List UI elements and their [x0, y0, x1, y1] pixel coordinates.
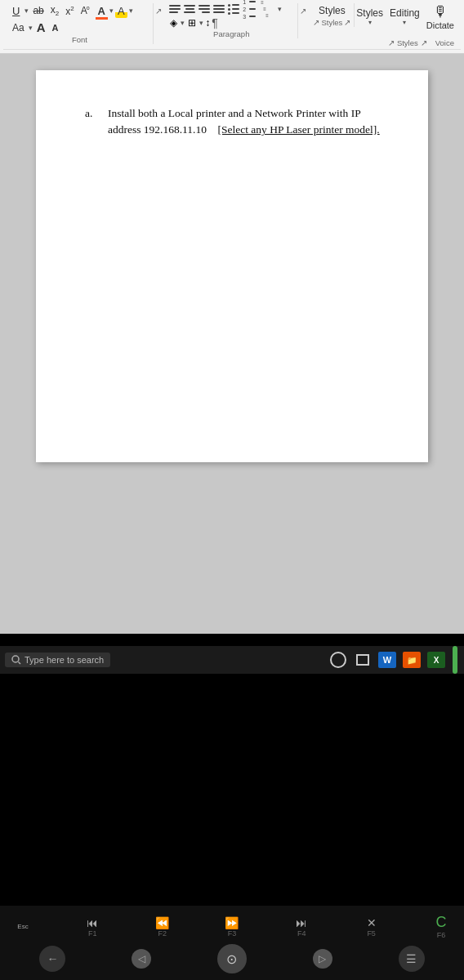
styles-ribbon-label: Styles — [356, 7, 383, 19]
sort-button[interactable]: ↕ — [205, 17, 210, 29]
list-item-text: Install both a Local printer and a Netwo… — [108, 105, 391, 139]
volume-up-button[interactable]: ▷ — [313, 949, 332, 969]
font-group: U ▾ ab x2 x2 Ao A ▾ A ▾ Aa ▾ — [7, 3, 154, 44]
voice-label: Voice — [435, 38, 454, 47]
task-view-icon[interactable] — [353, 650, 373, 670]
font-color-dropdown[interactable]: ▾ — [109, 7, 114, 15]
list-item-label: a. — [85, 105, 101, 139]
svg-point-0 — [12, 656, 19, 662]
paragraph-mark-button[interactable]: ¶ — [212, 16, 218, 29]
word-page[interactable]: a. Install both a Local printer and a Ne… — [36, 70, 428, 462]
f4-label: F4 — [297, 929, 306, 938]
windows-search-icon[interactable] — [328, 650, 348, 670]
decrease-font-button[interactable]: A — [50, 22, 61, 33]
next-next-icon: ⏭ — [296, 916, 307, 929]
align-right-button[interactable] — [198, 3, 211, 15]
font-size-caret[interactable]: ▾ — [29, 24, 33, 32]
styles-ribbon-caret[interactable]: ▾ — [368, 19, 372, 26]
styles-section-label: ↗ Styles ↗ — [313, 18, 350, 27]
f3-label: F3 — [228, 929, 237, 938]
esc-label: Esc — [17, 923, 28, 930]
styles-ribbon-item[interactable]: Styles ▾ — [356, 7, 383, 26]
taskbar: Type here to search W 📁 X — [0, 646, 464, 674]
word-taskbar-icon[interactable]: W — [377, 650, 397, 670]
taskbar-icons: W 📁 X — [328, 646, 459, 674]
f1-label: F1 — [88, 929, 97, 938]
font-expand-icon[interactable]: ↗ — [155, 7, 162, 16]
line1-text: Install both a Local printer and a Netwo… — [108, 107, 361, 119]
close-icon: ✕ — [367, 916, 377, 929]
shading-dropdown[interactable]: ▾ — [181, 19, 185, 27]
styles-label-text: Styles — [315, 3, 349, 18]
svg-line-1 — [19, 662, 21, 665]
borders-button[interactable]: ⊞ — [186, 16, 198, 29]
underline-dropdown[interactable]: ▾ — [25, 7, 29, 15]
fn-next[interactable]: ⏩ F3 — [216, 916, 248, 938]
strikethrough-button[interactable]: ab — [30, 4, 46, 17]
volume-down-button[interactable]: ◁ — [132, 949, 151, 969]
editing-ribbon-item[interactable]: Editing ▾ — [390, 7, 420, 26]
line2-text: address 192.168.11.10 — [108, 123, 207, 136]
styles-group: Styles ↗ Styles ↗ — [310, 3, 355, 27]
home-button[interactable]: ⊙ — [217, 944, 247, 973]
case-button[interactable]: Ao — [78, 4, 91, 17]
search-input-placeholder: Type here to search — [25, 655, 104, 665]
list-item: a. Install both a Local printer and a Ne… — [85, 105, 391, 139]
green-bar-icon[interactable] — [453, 646, 457, 674]
styles-arrow[interactable]: ↗ — [344, 18, 350, 27]
fn-c[interactable]: C F6 — [425, 914, 457, 939]
shading-button[interactable]: ◈ — [168, 16, 179, 29]
nav-row: ← ◁ ⊙ ▷ ☰ — [7, 944, 457, 973]
back-button[interactable]: ← — [39, 946, 65, 972]
paragraph-group: 1 2 3 ≡ ≡ ≡ ▾ ◈ ▾ ⊞ ▾ ↕ — [165, 3, 298, 38]
c-icon: C — [435, 914, 446, 931]
paragraph-expand-icon[interactable]: ↗ — [300, 7, 306, 16]
vol-up-group: ▷ — [313, 949, 332, 969]
increase-font-button[interactable]: A — [34, 20, 48, 35]
borders-dropdown[interactable]: ▾ — [199, 19, 203, 27]
underline-button[interactable]: U — [10, 4, 22, 18]
back-nav-group: ← — [39, 946, 65, 973]
link-text[interactable]: [Select any HP Laser printer model]. — [218, 123, 380, 136]
editing-ribbon-label: Editing — [390, 7, 420, 19]
prev-prev-icon: ⏮ — [87, 916, 98, 929]
align-left-button[interactable] — [168, 3, 181, 15]
fn-prev[interactable]: ⏪ F2 — [146, 916, 179, 938]
justify-button[interactable] — [212, 3, 225, 15]
fn-next-next[interactable]: ⏭ F4 — [285, 916, 318, 938]
styles-expand-icon[interactable]: ↗ — [313, 18, 319, 27]
excel-taskbar-icon[interactable]: X — [426, 650, 446, 670]
home-group: ⊙ — [217, 944, 247, 973]
ribbon: U ▾ ab x2 x2 Ao A ▾ A ▾ Aa ▾ — [0, 0, 464, 54]
list-button[interactable] — [227, 3, 240, 15]
search-box[interactable]: Type here to search — [5, 653, 110, 667]
next-icon: ⏩ — [225, 916, 239, 929]
multilevel-list-button[interactable]: ≡ ≡ ≡ — [260, 3, 276, 15]
paragraph-label: Paragraph — [168, 29, 294, 38]
highlight-button[interactable]: A — [115, 4, 127, 18]
fn-close[interactable]: ✕ F5 — [355, 916, 388, 938]
f5-label: F5 — [367, 929, 376, 938]
align-center-button[interactable] — [183, 3, 196, 15]
list-dropdown[interactable]: ▾ — [278, 5, 282, 13]
vol-down-group: ◁ — [132, 949, 151, 969]
document-content: a. Install both a Local printer and a Ne… — [85, 105, 391, 139]
fn-prev-prev[interactable]: ⏮ F1 — [76, 916, 109, 938]
black-space — [0, 634, 464, 940]
dictate-ribbon-item[interactable]: 🎙 Dictate — [426, 3, 454, 30]
font-size-dropdown[interactable]: Aa — [10, 21, 27, 34]
styles-section-indicator: ↗ Styles ↗ — [388, 38, 427, 47]
numbered-list-button[interactable]: 1 2 3 — [242, 3, 258, 15]
taskbar-orange-icon[interactable]: 📁 — [402, 650, 422, 670]
highlight-dropdown[interactable]: ▾ — [129, 7, 133, 15]
font-color-button[interactable]: A — [96, 4, 108, 18]
menu-button[interactable]: ☰ — [399, 946, 425, 972]
editing-ribbon-caret[interactable]: ▾ — [403, 19, 406, 26]
search-icon — [11, 655, 21, 665]
font-label: Font — [10, 35, 149, 44]
bottom-bar: Esc ⏮ F1 ⏪ F2 ⏩ F3 ⏭ F4 ✕ F5 C F6 — [0, 906, 464, 980]
fn-esc[interactable]: Esc — [7, 923, 39, 930]
superscript-button[interactable]: x2 — [63, 4, 76, 18]
document-area: a. Install both a Local printer and a Ne… — [0, 54, 464, 470]
subscript-button[interactable]: x2 — [48, 3, 61, 18]
